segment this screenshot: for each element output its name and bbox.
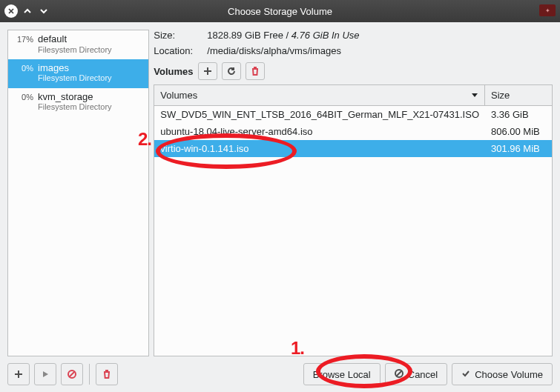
window-title: Choose Storage Volume bbox=[0, 6, 560, 17]
pool-type: Filesystem Directory bbox=[38, 45, 144, 55]
volume-size: 3.36 GiB bbox=[485, 106, 552, 123]
location-row: Location: /media/disks/alpha/vms/images bbox=[154, 45, 553, 56]
table-body: SW_DVD5_WIN_ENT_LTSB_2016_64BIT_German_M… bbox=[154, 106, 552, 356]
separator bbox=[89, 364, 90, 385]
col-size-label: Size bbox=[491, 90, 510, 101]
pool-item-kvm-storage[interactable]: 0% kvm_storage Filesystem Directory bbox=[8, 88, 148, 117]
stop-pool-button[interactable] bbox=[61, 363, 83, 385]
add-pool-button[interactable] bbox=[7, 363, 30, 385]
volume-size: 301.96 MiB bbox=[485, 140, 552, 157]
volumes-label: Volumes bbox=[154, 66, 193, 77]
storage-pool-list: 17% default Filesystem Directory 0% imag… bbox=[7, 30, 149, 356]
new-volume-button[interactable] bbox=[198, 62, 217, 80]
size-free: 1828.89 GiB Free bbox=[207, 30, 283, 41]
start-pool-button[interactable] bbox=[34, 363, 56, 385]
pool-name: kvm_storage bbox=[38, 91, 144, 103]
delete-pool-button[interactable] bbox=[96, 363, 118, 385]
delete-volume-button[interactable] bbox=[246, 62, 265, 80]
sort-desc-icon bbox=[471, 90, 478, 101]
browse-local-label: Browse Local bbox=[313, 369, 371, 380]
annotation-num-2: 2. bbox=[138, 129, 151, 150]
cancel-label: Cancel bbox=[408, 369, 438, 380]
volumes-table: Volumes Size SW_DVD5_WIN_ENT_LTSB_2016_6… bbox=[154, 84, 553, 356]
location-label: Location: bbox=[154, 45, 200, 56]
volume-name: SW_DVD5_WIN_ENT_LTSB_2016_64BIT_German_M… bbox=[154, 106, 485, 123]
check-icon bbox=[461, 369, 470, 380]
volumes-toolbar: Volumes bbox=[154, 62, 553, 80]
svg-marker-7 bbox=[43, 371, 48, 377]
table-row[interactable]: ubuntu-18.04-live-server-amd64.iso 806.0… bbox=[154, 123, 552, 140]
volume-name: virtio-win-0.1.141.iso bbox=[154, 140, 485, 157]
window-shade-up-button[interactable] bbox=[21, 4, 34, 18]
cancel-button[interactable]: Cancel bbox=[385, 363, 447, 385]
annotation-num-1: 1. bbox=[291, 338, 304, 359]
location-value: /media/disks/alpha/vms/images bbox=[207, 45, 341, 56]
pool-name: default bbox=[38, 33, 144, 45]
app-icon: ✦ bbox=[539, 4, 556, 16]
table-header: Volumes Size bbox=[154, 85, 552, 106]
choose-volume-label: Choose Volume bbox=[475, 369, 543, 380]
volume-size: 806.00 MiB bbox=[485, 123, 552, 140]
window-shade-down-button[interactable] bbox=[37, 4, 50, 18]
table-row[interactable]: virtio-win-0.1.141.iso 301.96 MiB bbox=[154, 140, 552, 157]
col-volumes[interactable]: Volumes bbox=[154, 85, 485, 105]
pool-usage: 0% bbox=[13, 62, 33, 73]
main-area: 17% default Filesystem Directory 0% imag… bbox=[0, 22, 560, 356]
content-area: Size: 1828.89 GiB Free / 4.76 GiB In Use… bbox=[154, 30, 553, 356]
titlebar: Choose Storage Volume ✦ bbox=[0, 0, 560, 22]
window-close-button[interactable] bbox=[4, 4, 18, 18]
size-used: 4.76 GiB In Use bbox=[291, 30, 360, 41]
size-label: Size: bbox=[154, 30, 200, 41]
pool-type: Filesystem Directory bbox=[38, 73, 144, 83]
choose-volume-button[interactable]: Choose Volume bbox=[452, 363, 553, 385]
pool-usage: 0% bbox=[13, 91, 33, 102]
col-size[interactable]: Size bbox=[485, 85, 552, 105]
pool-usage: 17% bbox=[13, 33, 33, 44]
refresh-volumes-button[interactable] bbox=[222, 62, 241, 80]
browse-local-button[interactable]: Browse Local bbox=[303, 363, 381, 385]
svg-line-11 bbox=[396, 371, 401, 376]
volume-name: ubuntu-18.04-live-server-amd64.iso bbox=[154, 123, 485, 140]
size-value: 1828.89 GiB Free / 4.76 GiB In Use bbox=[207, 30, 359, 41]
pool-item-default[interactable]: 17% default Filesystem Directory bbox=[8, 30, 148, 59]
svg-line-9 bbox=[70, 372, 75, 377]
size-row: Size: 1828.89 GiB Free / 4.76 GiB In Use bbox=[154, 30, 553, 41]
pool-name: images bbox=[38, 62, 144, 74]
svg-marker-4 bbox=[472, 93, 478, 97]
pool-type: Filesystem Directory bbox=[38, 102, 144, 112]
cancel-icon bbox=[395, 369, 403, 380]
bottom-toolbar: Browse Local Cancel Choose Volume bbox=[0, 356, 560, 392]
table-row[interactable]: SW_DVD5_WIN_ENT_LTSB_2016_64BIT_German_M… bbox=[154, 106, 552, 123]
pool-item-images[interactable]: 0% images Filesystem Directory bbox=[8, 59, 148, 88]
col-volumes-label: Volumes bbox=[160, 90, 197, 101]
